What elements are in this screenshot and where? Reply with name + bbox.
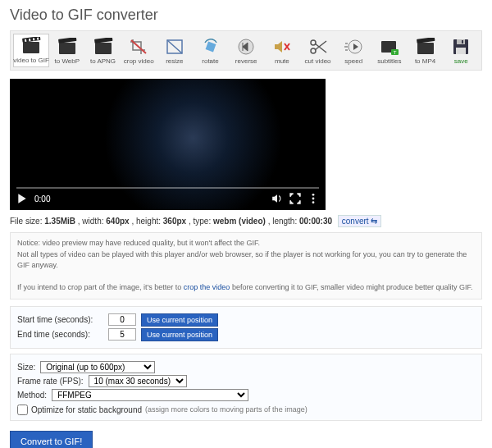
tool-label: to WebP — [55, 58, 80, 65]
tool-mute[interactable]: mute — [264, 34, 300, 67]
speed-icon — [342, 38, 365, 56]
tool-label: video to GIF — [13, 57, 49, 64]
tool-to-mp4[interactable]: to MP4 — [408, 34, 444, 67]
fps-select[interactable]: 10 (max 30 seconds) — [89, 375, 187, 387]
svg-rect-24 — [462, 40, 463, 43]
clapper-icon — [414, 38, 437, 56]
optimize-label: Optimize for static background — [31, 405, 142, 414]
reverse-icon — [235, 38, 257, 56]
tool-label: save — [454, 58, 468, 65]
use-current-end-button[interactable]: Use current position — [141, 328, 218, 341]
time-panel: Start time (seconds): Use current positi… — [10, 306, 482, 349]
svg-text:T: T — [394, 50, 397, 55]
file-info: File size: 1.35MiB , width: 640px , heig… — [10, 215, 482, 227]
volume-icon[interactable] — [271, 193, 283, 204]
svg-rect-4 — [33, 38, 34, 40]
tool-resize[interactable]: resize — [157, 34, 193, 67]
tool-save[interactable]: save — [443, 34, 479, 67]
rotate-icon — [199, 38, 222, 56]
svg-point-25 — [312, 194, 315, 196]
svg-rect-11 — [205, 42, 216, 53]
scissors-icon — [307, 38, 330, 56]
tool-speed[interactable]: speed — [335, 34, 371, 67]
tool-label: resize — [166, 58, 183, 65]
convert-inline-button[interactable]: convert — [338, 215, 382, 227]
video-player[interactable]: 0:00 — [10, 79, 326, 210]
method-label: Method: — [17, 391, 47, 400]
method-select[interactable]: FFMPEG — [52, 389, 248, 401]
tool-label: to APNG — [90, 58, 116, 65]
svg-rect-6 — [59, 43, 75, 54]
notice-line: Notice: video preview may have reduced q… — [17, 238, 475, 249]
tool-label: rotate — [202, 58, 218, 65]
tool-subtitles[interactable]: T subtitles — [371, 34, 408, 67]
tool-cut-video[interactable]: cut video — [300, 34, 336, 67]
tool-label: to MP4 — [415, 58, 435, 65]
page-title: Video to GIF converter — [10, 7, 482, 24]
svg-rect-22 — [457, 39, 465, 44]
svg-point-14 — [311, 48, 316, 53]
svg-rect-7 — [58, 38, 76, 43]
fps-label: Frame rate (FPS): — [17, 377, 84, 386]
clapper-icon — [92, 38, 115, 56]
convert-button[interactable]: Convert to GIF! — [10, 431, 93, 449]
tool-rotate[interactable]: rotate — [193, 34, 229, 67]
clapper-icon — [56, 38, 79, 56]
player-controls: 0:00 — [10, 187, 326, 210]
optimize-hint: (assign more colors to moving parts of t… — [145, 405, 308, 414]
end-time-input[interactable] — [108, 328, 136, 341]
tool-label: speed — [344, 58, 362, 65]
crop-link[interactable]: crop the video — [184, 283, 230, 291]
notice-line: Not all types of video can be played wit… — [17, 249, 475, 272]
svg-rect-19 — [417, 43, 434, 54]
notice-line: If you intend to crop part of the image,… — [17, 282, 475, 294]
tool-to-webp[interactable]: to WebP — [49, 34, 85, 67]
notice-box: Notice: video preview may have reduced q… — [10, 232, 482, 299]
play-icon[interactable] — [16, 193, 28, 204]
fullscreen-icon[interactable] — [289, 193, 301, 204]
tool-video-to-gif[interactable]: video to GIF — [13, 34, 49, 67]
resize-icon — [163, 38, 186, 56]
optimize-checkbox[interactable] — [17, 405, 28, 415]
svg-point-26 — [312, 198, 315, 200]
options-panel: Size: Original (up to 600px) Frame rate … — [10, 354, 482, 421]
subtitles-icon: T — [378, 38, 401, 56]
tool-label: reverse — [235, 58, 257, 65]
svg-rect-23 — [456, 48, 466, 54]
tool-to-apng[interactable]: to APNG — [85, 34, 121, 67]
player-time: 0:00 — [34, 194, 50, 203]
svg-rect-8 — [95, 43, 112, 54]
size-label: Size: — [17, 363, 35, 372]
save-icon — [449, 38, 472, 56]
end-time-label: End time (seconds): — [17, 330, 103, 339]
film-icon — [20, 37, 43, 55]
tool-reverse[interactable]: reverse — [228, 34, 264, 67]
more-icon[interactable] — [308, 193, 319, 204]
svg-rect-5 — [37, 38, 39, 40]
svg-rect-0 — [23, 42, 39, 53]
svg-rect-9 — [94, 38, 112, 43]
start-time-input[interactable] — [108, 313, 136, 326]
svg-rect-3 — [29, 39, 30, 41]
crop-icon — [127, 38, 150, 56]
size-select[interactable]: Original (up to 600px) — [40, 361, 155, 373]
tool-label: crop video — [124, 58, 154, 65]
toolbar: video to GIF to WebP to APNG crop video … — [10, 30, 482, 71]
tool-label: cut video — [305, 58, 331, 65]
tool-label: mute — [275, 58, 289, 65]
svg-point-13 — [311, 40, 316, 45]
svg-point-27 — [312, 201, 315, 203]
use-current-start-button[interactable]: Use current position — [141, 313, 218, 327]
mute-icon — [271, 38, 294, 56]
svg-rect-20 — [417, 38, 435, 43]
tool-label: subtitles — [377, 58, 401, 65]
svg-rect-2 — [25, 39, 26, 42]
tool-crop-video[interactable]: crop video — [121, 34, 157, 67]
start-time-label: Start time (seconds): — [17, 315, 103, 324]
